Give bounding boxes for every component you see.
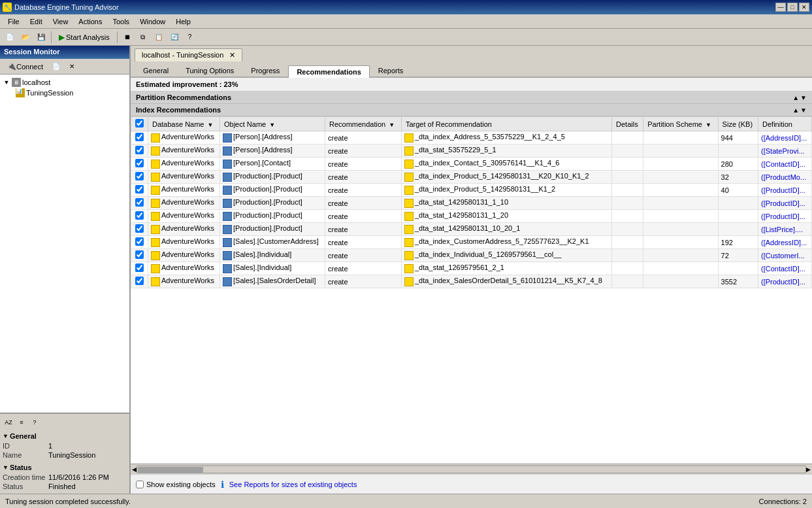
row-checkbox-cell[interactable]	[131, 249, 148, 262]
th-details[interactable]: Details	[612, 117, 643, 131]
row-checkbox-cell[interactable]	[131, 158, 148, 171]
th-checkbox[interactable]	[131, 117, 148, 131]
show-existing-checkbox[interactable]	[136, 481, 144, 488]
definition-link[interactable]: ([AddressID]...	[761, 239, 807, 246]
definition-link[interactable]: ([ContactID]...	[761, 265, 805, 273]
tab-progress[interactable]: Progress	[242, 64, 288, 76]
stop-button[interactable]: ⏹	[120, 30, 135, 44]
row-checkbox[interactable]	[135, 172, 144, 180]
definition-link[interactable]: ([ListPrice]....	[761, 226, 803, 233]
row-checkbox[interactable]	[135, 250, 144, 259]
delete-session-button[interactable]: ✕	[65, 59, 79, 74]
refresh-button[interactable]: 🔄	[167, 30, 182, 44]
partition-collapse-down[interactable]: ▼	[800, 94, 807, 101]
menu-file[interactable]: File	[3, 16, 25, 27]
definition-link[interactable]: ([AddressID]...	[761, 134, 807, 142]
session-tab[interactable]: localhost - TuningSession ✕	[135, 48, 242, 61]
row-checkbox[interactable]	[135, 237, 144, 246]
th-size[interactable]: Size (KB)	[718, 117, 758, 131]
menu-edit[interactable]: Edit	[25, 16, 48, 27]
definition-link[interactable]: ([ProductID]...	[761, 278, 805, 286]
row-checkbox-cell[interactable]	[131, 197, 148, 210]
th-object[interactable]: Object Name ▼	[219, 117, 325, 131]
th-database[interactable]: Database Name ▼	[148, 117, 220, 131]
tree-server-item[interactable]: ▼ 🖥 localhost	[3, 77, 127, 88]
row-checkbox-cell[interactable]	[131, 210, 148, 223]
th-definition[interactable]: Definition	[758, 117, 812, 131]
row-checkbox-cell[interactable]	[131, 223, 148, 236]
open-button[interactable]: 📂	[18, 30, 33, 44]
horizontal-scrollbar[interactable]: ◀ ▶	[131, 464, 812, 474]
maximize-button[interactable]: □	[787, 3, 798, 12]
menu-window[interactable]: Window	[135, 16, 171, 27]
status-collapse[interactable]: ▼	[3, 464, 8, 471]
row-checkbox[interactable]	[135, 211, 144, 220]
tree-session-item[interactable]: 📊 TuningSession	[3, 88, 127, 98]
new-button[interactable]: 📄	[3, 30, 17, 44]
th-target[interactable]: Target of Recommendation	[401, 117, 611, 131]
row-checkbox-cell[interactable]	[131, 184, 148, 197]
new-session-button[interactable]: 📄	[49, 59, 63, 74]
definition-link[interactable]: ([CustomerI...	[761, 252, 805, 260]
scroll-left-btn[interactable]: ◀	[132, 466, 137, 473]
definition-link[interactable]: ([ContactID]...	[761, 160, 805, 168]
definition-link[interactable]: ([ProductID]...	[761, 199, 805, 207]
partition-collapse-up[interactable]: ▲	[792, 94, 799, 101]
tab-recommendations[interactable]: Recommendations	[288, 65, 369, 78]
props-help[interactable]: ?	[29, 416, 41, 428]
row-details	[612, 197, 643, 210]
row-checkbox[interactable]	[135, 263, 144, 272]
copy-button[interactable]: ⧉	[136, 30, 150, 44]
tab-close-icon[interactable]: ✕	[229, 51, 235, 59]
definition-link[interactable]: ([ProductMo...	[761, 173, 806, 181]
scroll-track[interactable]	[137, 466, 806, 473]
props-sort-cat[interactable]: ≡	[16, 416, 27, 428]
row-checkbox[interactable]	[135, 198, 144, 207]
props-sort-alpha[interactable]: AZ	[3, 416, 14, 428]
row-checkbox-cell[interactable]	[131, 144, 148, 158]
window-controls[interactable]: — □ ✕	[775, 3, 809, 12]
start-analysis-button[interactable]: ▶ Start Analysis	[54, 31, 114, 44]
close-button[interactable]: ✕	[799, 3, 809, 12]
scroll-right-btn[interactable]: ▶	[806, 466, 811, 473]
row-checkbox[interactable]	[135, 146, 144, 154]
definition-link[interactable]: ([StateProvi...	[761, 147, 805, 155]
definition-link[interactable]: ([ProductID]...	[761, 212, 805, 220]
row-checkbox-cell[interactable]	[131, 275, 148, 288]
menu-tools[interactable]: Tools	[107, 16, 135, 27]
row-partition	[643, 249, 718, 262]
menu-help[interactable]: Help	[171, 16, 196, 27]
report-link[interactable]: See Reports for sizes of existing object…	[229, 481, 357, 488]
row-checkbox[interactable]	[135, 277, 144, 285]
menu-actions[interactable]: Actions	[73, 16, 107, 27]
tab-tuning-options[interactable]: Tuning Options	[177, 64, 242, 76]
row-checkbox[interactable]	[135, 185, 144, 194]
th-recommendation[interactable]: Recommendation ▼	[325, 117, 401, 131]
index-collapse-down[interactable]: ▼	[800, 107, 807, 114]
row-checkbox[interactable]	[135, 224, 144, 233]
row-checkbox-cell[interactable]	[131, 236, 148, 249]
scroll-thumb[interactable]	[138, 467, 203, 473]
index-collapse-up[interactable]: ▲	[792, 107, 799, 114]
paste-button[interactable]: 📋	[152, 30, 166, 44]
menu-view[interactable]: View	[48, 16, 74, 27]
connect-button[interactable]: 🔌 Connect	[3, 59, 48, 74]
help-button[interactable]: ?	[183, 30, 197, 44]
show-existing-label: Show existing objects	[146, 481, 216, 488]
general-collapse[interactable]: ▼	[3, 433, 8, 439]
save-button[interactable]: 💾	[34, 30, 48, 44]
row-checkbox-cell[interactable]	[131, 171, 148, 184]
definition-link[interactable]: ([ProductID]...	[761, 186, 805, 194]
tree-expand-server[interactable]: ▼	[3, 78, 10, 86]
row-checkbox-cell[interactable]	[131, 262, 148, 275]
select-all-checkbox[interactable]	[135, 119, 144, 127]
row-checkbox[interactable]	[135, 159, 144, 167]
tab-reports[interactable]: Reports	[370, 64, 412, 76]
row-checkbox[interactable]	[135, 133, 144, 141]
inner-tabs: General Tuning Options Progress Recommen…	[131, 61, 812, 78]
row-definition: ([AddressID]...	[758, 131, 812, 144]
row-checkbox-cell[interactable]	[131, 131, 148, 144]
minimize-button[interactable]: —	[775, 3, 786, 12]
th-partition[interactable]: Partition Scheme ▼	[643, 117, 718, 131]
tab-general[interactable]: General	[135, 64, 177, 76]
